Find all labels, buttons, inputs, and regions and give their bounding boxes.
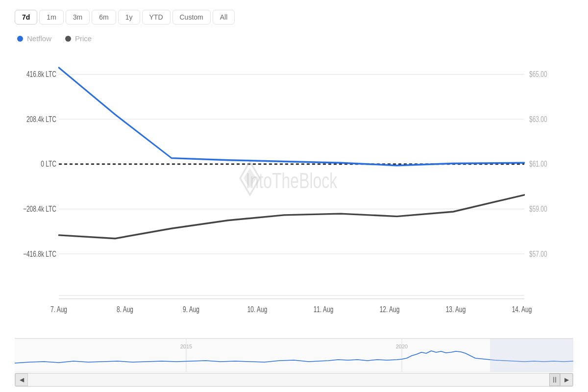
svg-text:8. Aug: 8. Aug bbox=[117, 305, 133, 314]
svg-text:13. Aug: 13. Aug bbox=[446, 305, 466, 314]
netflow-label: Netflow bbox=[27, 34, 51, 43]
time-btn-custom[interactable]: Custom bbox=[172, 10, 211, 24]
svg-text:12. Aug: 12. Aug bbox=[380, 305, 400, 314]
netflow-dot bbox=[17, 36, 23, 42]
svg-text:416.8k LTC: 416.8k LTC bbox=[26, 70, 56, 78]
svg-text:7. Aug: 7. Aug bbox=[50, 305, 67, 314]
svg-text:$63.00: $63.00 bbox=[529, 115, 547, 123]
svg-text:$65.00: $65.00 bbox=[529, 70, 547, 78]
navigator-svg: 2015 | 2020 bbox=[15, 339, 573, 372]
nav-handle-line-2 bbox=[555, 377, 556, 383]
legend-price: Price bbox=[65, 34, 92, 43]
legend-netflow: Netflow bbox=[17, 34, 51, 43]
price-label: Price bbox=[75, 34, 92, 43]
svg-text:$59.00: $59.00 bbox=[529, 204, 547, 213]
page-container: 7d1m3m6m1yYTDCustomAll Netflow Price bbox=[0, 0, 588, 392]
svg-text:IntoTheBlock: IntoTheBlock bbox=[246, 169, 338, 193]
chart-navigator: 2015 | 2020 ◀ bbox=[15, 338, 573, 387]
svg-rect-29 bbox=[15, 339, 573, 372]
svg-text:−208.4k LTC: −208.4k LTC bbox=[23, 204, 56, 213]
main-chart: 416.8k LTC 208.4k LTC 0 LTC −208.4k LTC … bbox=[15, 48, 573, 336]
chart-svg: 416.8k LTC 208.4k LTC 0 LTC −208.4k LTC … bbox=[15, 48, 573, 336]
time-btn-ytd[interactable]: YTD bbox=[142, 10, 171, 24]
price-dot bbox=[65, 36, 71, 42]
svg-text:14. Aug: 14. Aug bbox=[512, 305, 532, 314]
time-btn-1y[interactable]: 1y bbox=[118, 10, 140, 24]
svg-rect-37 bbox=[490, 339, 573, 372]
time-btn-1m[interactable]: 1m bbox=[39, 10, 63, 24]
chart-wrapper: 416.8k LTC 208.4k LTC 0 LTC −208.4k LTC … bbox=[15, 48, 573, 387]
nav-handle-line-1 bbox=[553, 377, 554, 383]
svg-text:11. Aug: 11. Aug bbox=[314, 305, 334, 314]
time-btn-7d[interactable]: 7d bbox=[15, 10, 37, 24]
nav-handle[interactable] bbox=[549, 373, 560, 386]
svg-text:10. Aug: 10. Aug bbox=[247, 305, 268, 314]
nav-left-arrow[interactable]: ◀ bbox=[15, 373, 28, 386]
time-btn-3m[interactable]: 3m bbox=[66, 10, 90, 24]
svg-text:−416.8k LTC: −416.8k LTC bbox=[23, 249, 56, 258]
chart-svg-container: 416.8k LTC 208.4k LTC 0 LTC −208.4k LTC … bbox=[15, 48, 573, 336]
svg-text:9. Aug: 9. Aug bbox=[183, 305, 199, 314]
svg-text:$61.00: $61.00 bbox=[529, 160, 547, 169]
chart-legend: Netflow Price bbox=[17, 34, 573, 43]
time-btn-all[interactable]: All bbox=[213, 10, 235, 24]
nav-handle-lines bbox=[553, 377, 556, 383]
svg-text:0 LTC: 0 LTC bbox=[41, 160, 56, 169]
svg-text:208.4k LTC: 208.4k LTC bbox=[26, 115, 56, 123]
nav-right-arrow[interactable]: ▶ bbox=[560, 373, 573, 386]
navigator-chart: 2015 | 2020 bbox=[15, 339, 573, 373]
time-btn-6m[interactable]: 6m bbox=[92, 10, 116, 24]
nav-scroll-area[interactable] bbox=[28, 373, 560, 386]
time-range-selector: 7d1m3m6m1yYTDCustomAll bbox=[15, 10, 573, 24]
svg-text:$57.00: $57.00 bbox=[529, 249, 547, 258]
navigator-controls: ◀ ▶ bbox=[15, 373, 573, 387]
